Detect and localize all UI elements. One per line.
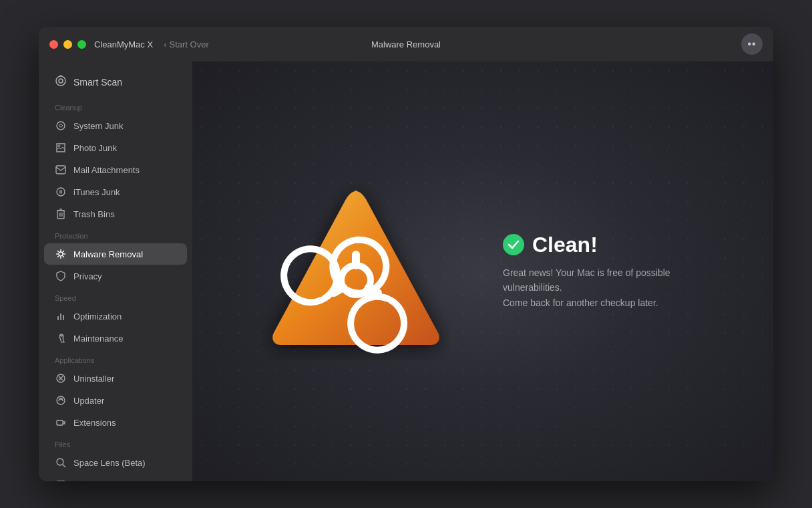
sidebar-item-maintenance[interactable]: Maintenance	[44, 328, 187, 349]
sidebar-item-system-junk[interactable]: System Junk	[44, 115, 187, 136]
large-files-icon	[55, 479, 67, 481]
check-icon	[503, 234, 524, 255]
malware-removal-label: Malware Removal	[73, 249, 143, 259]
extensions-icon	[55, 416, 67, 428]
section-protection: Protection	[39, 225, 192, 243]
sidebar-item-optimization[interactable]: Optimization	[44, 305, 187, 327]
more-options-button[interactable]: ••	[741, 33, 763, 55]
updater-icon	[55, 394, 67, 406]
svg-point-6	[57, 188, 65, 196]
window-title: Malware Removal	[371, 39, 441, 49]
maintenance-icon	[55, 332, 67, 344]
svg-line-14	[63, 256, 65, 258]
sidebar-item-uninstaller[interactable]: Uninstaller	[44, 368, 187, 389]
clean-heading: Clean!	[532, 233, 598, 257]
svg-line-27	[63, 465, 65, 467]
svg-point-4	[58, 145, 60, 147]
sidebar-item-space-lens[interactable]: Space Lens (Beta)	[44, 452, 187, 473]
photo-junk-icon	[55, 142, 67, 154]
trash-bins-label: Trash Bins	[73, 209, 115, 219]
smart-scan-label: Smart Scan	[73, 77, 122, 88]
section-applications: Applications	[39, 350, 192, 367]
fullscreen-button[interactable]	[77, 40, 86, 49]
close-button[interactable]	[49, 40, 58, 49]
svg-point-3	[57, 122, 65, 130]
sidebar-item-mail-attachments[interactable]: Mail Attachments	[44, 159, 187, 180]
sidebar-item-malware-removal[interactable]: Malware Removal	[44, 243, 187, 265]
start-over-button[interactable]: ‹ Start Over	[164, 39, 209, 49]
sidebar-item-smart-scan[interactable]: Smart Scan	[44, 68, 187, 96]
sidebar-item-extensions[interactable]: Extensions	[44, 412, 187, 433]
itunes-icon	[55, 186, 67, 198]
svg-line-13	[57, 251, 59, 253]
biohazard-illustration	[262, 176, 449, 366]
svg-point-26	[57, 459, 63, 465]
app-window: CleanMyMac X ‹ Start Over Malware Remova…	[39, 27, 773, 481]
traffic-lights	[49, 40, 86, 49]
sidebar: Smart Scan Cleanup System Junk	[39, 61, 192, 481]
updater-label: Updater	[73, 396, 104, 406]
uninstaller-label: Uninstaller	[73, 374, 114, 384]
svg-point-24	[57, 396, 65, 404]
sidebar-item-privacy[interactable]: Privacy	[44, 265, 187, 287]
space-lens-label: Space Lens (Beta)	[73, 458, 146, 468]
uninstaller-icon	[55, 372, 67, 384]
main-panel: Clean! Great news! Your Mac is free of p…	[192, 61, 773, 481]
extensions-label: Extensions	[73, 418, 116, 428]
clean-description: Great news! Your Mac is free of possible…	[503, 265, 703, 310]
section-speed: Speed	[39, 287, 192, 305]
content-area: Smart Scan Cleanup System Junk	[39, 61, 773, 481]
sidebar-item-itunes-junk[interactable]: iTunes Junk	[44, 181, 187, 203]
svg-point-8	[59, 252, 63, 256]
trash-icon	[55, 208, 67, 220]
titlebar: CleanMyMac X ‹ Start Over Malware Remova…	[39, 27, 773, 61]
mail-icon	[55, 164, 67, 176]
sidebar-item-large-old-files[interactable]: Large & Old Files	[44, 474, 187, 481]
malware-icon	[55, 248, 67, 260]
space-lens-icon	[55, 457, 67, 469]
svg-line-16	[57, 256, 59, 258]
large-old-files-label: Large & Old Files	[73, 480, 140, 482]
mail-attachments-label: Mail Attachments	[73, 165, 140, 175]
system-junk-label: System Junk	[73, 121, 123, 131]
sidebar-item-updater[interactable]: Updater	[44, 390, 187, 411]
minimize-button[interactable]	[63, 40, 72, 49]
photo-junk-label: Photo Junk	[73, 143, 117, 153]
app-title: CleanMyMac X	[94, 39, 153, 49]
chevron-left-icon: ‹	[164, 39, 166, 49]
clean-title-row: Clean!	[503, 233, 703, 257]
svg-rect-5	[56, 166, 65, 174]
maintenance-label: Maintenance	[73, 334, 123, 344]
svg-line-15	[63, 251, 65, 253]
system-junk-icon	[55, 120, 67, 132]
optimization-icon	[55, 310, 67, 322]
section-files: Files	[39, 434, 192, 451]
svg-point-1	[59, 79, 63, 83]
privacy-icon	[55, 270, 67, 282]
main-content: Clean! Great news! Your Mac is free of p…	[262, 176, 703, 366]
svg-rect-25	[57, 420, 63, 425]
smart-scan-icon	[55, 75, 67, 89]
optimization-label: Optimization	[73, 311, 122, 322]
sidebar-item-trash-bins[interactable]: Trash Bins	[44, 203, 187, 225]
itunes-junk-label: iTunes Junk	[73, 187, 120, 197]
result-panel: Clean! Great news! Your Mac is free of p…	[503, 233, 703, 310]
sidebar-item-photo-junk[interactable]: Photo Junk	[44, 137, 187, 158]
svg-point-0	[56, 76, 65, 86]
privacy-label: Privacy	[73, 271, 102, 281]
section-cleanup: Cleanup	[39, 97, 192, 114]
